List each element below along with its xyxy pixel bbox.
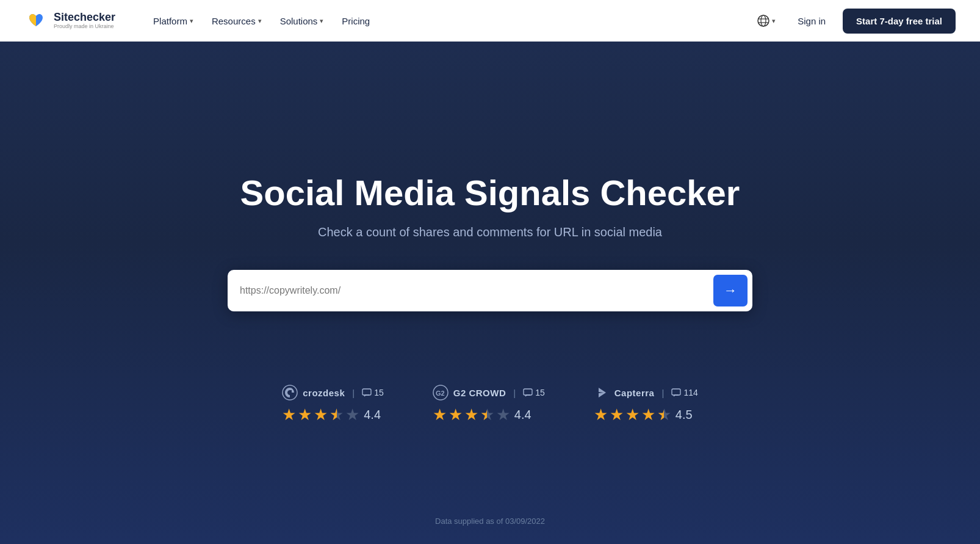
rating-item: G2 G2 CROWD | 15 ★★★★★★ 4.4 <box>433 385 545 424</box>
svg-rect-6 <box>362 389 371 395</box>
nav-links: Platform ▾ Resources ▾ Solutions ▾ Prici… <box>146 11 752 31</box>
review-count-wrap: 15 <box>362 388 384 397</box>
nav-item-pricing[interactable]: Pricing <box>334 11 377 31</box>
star-empty-icon: ★ <box>496 405 510 424</box>
star-full-icon: ★ <box>464 405 478 424</box>
nav-label-pricing: Pricing <box>342 16 370 26</box>
logo-name: Sitechecker <box>54 12 115 24</box>
divider: | <box>352 388 355 398</box>
star-full-icon: ★ <box>282 405 296 424</box>
svg-text:G2: G2 <box>436 390 445 397</box>
comment-icon <box>362 388 372 397</box>
platform-name: G2 CROWD <box>453 388 506 398</box>
rating-header: Capterra | 114 <box>594 385 698 401</box>
search-input[interactable] <box>240 285 713 296</box>
svg-point-2 <box>761 15 766 26</box>
svg-point-5 <box>283 385 297 400</box>
search-bar: → <box>228 270 752 311</box>
platform-logo-icon <box>282 385 298 401</box>
svg-point-1 <box>758 15 769 26</box>
nav-label-resources: Resources <box>212 16 256 26</box>
logo-link[interactable]: Sitechecker Proudly made in Ukraine <box>24 9 115 32</box>
rating-header: crozdesk | 15 <box>282 385 384 401</box>
review-count: 15 <box>535 388 545 397</box>
star-full-icon: ★ <box>625 405 640 424</box>
stars-row: ★★★★★★ 4.4 <box>282 405 381 424</box>
globe-icon <box>757 15 769 27</box>
rating-item: crozdesk | 15 ★★★★★★ 4.4 <box>282 385 384 424</box>
star-full-icon: ★ <box>433 405 447 424</box>
star-half-icon: ★★ <box>330 405 344 424</box>
comment-icon <box>523 388 533 397</box>
star-full-icon: ★ <box>298 405 312 424</box>
stars-row: ★★★★★★ 4.4 <box>433 405 531 424</box>
language-selector[interactable]: ▾ <box>752 11 780 31</box>
nav-item-solutions[interactable]: Solutions ▾ <box>273 11 331 31</box>
hero-subtitle: Check a count of shares and comments for… <box>318 225 662 239</box>
logo-icon <box>24 9 48 32</box>
star-full-icon: ★ <box>610 405 624 424</box>
platform-name: crozdesk <box>303 388 345 398</box>
svg-rect-11 <box>672 389 680 395</box>
arrow-right-icon: → <box>724 283 737 299</box>
logo-tagline: Proudly made in Ukraine <box>54 24 115 30</box>
divider: | <box>513 388 516 398</box>
nav-item-resources[interactable]: Resources ▾ <box>204 11 269 31</box>
chevron-down-icon: ▾ <box>772 17 776 25</box>
svg-rect-9 <box>524 389 532 395</box>
ratings-row: crozdesk | 15 ★★★★★★ 4.4 G2 G2 CROWD | 1… <box>215 385 765 424</box>
star-full-icon: ★ <box>314 405 328 424</box>
review-count-wrap: 114 <box>671 388 697 397</box>
review-count-wrap: 15 <box>523 388 545 397</box>
stars-row: ★★★★★★ 4.5 <box>594 405 693 424</box>
star-half-icon: ★★ <box>657 405 671 424</box>
nav-label-platform: Platform <box>153 16 187 26</box>
rating-header: G2 G2 CROWD | 15 <box>433 385 545 401</box>
star-full-icon: ★ <box>594 405 608 424</box>
nav-item-platform[interactable]: Platform ▾ <box>146 11 201 31</box>
rating-value: 4.4 <box>364 408 381 422</box>
review-count: 114 <box>683 388 697 397</box>
star-half-icon: ★★ <box>480 405 494 424</box>
chevron-down-icon: ▾ <box>190 17 193 25</box>
rating-value: 4.4 <box>514 408 531 422</box>
star-empty-icon: ★ <box>345 405 359 424</box>
nav-right: ▾ Sign in Start 7-day free trial <box>752 9 956 34</box>
chevron-down-icon: ▾ <box>258 17 262 25</box>
review-count: 15 <box>374 388 384 397</box>
star-full-icon: ★ <box>449 405 463 424</box>
hero-section: Social Media Signals Checker Check a cou… <box>0 42 980 544</box>
trial-button[interactable]: Start 7-day free trial <box>843 9 956 34</box>
search-button[interactable]: → <box>713 275 748 306</box>
svg-marker-10 <box>599 388 606 397</box>
star-full-icon: ★ <box>641 405 655 424</box>
chevron-down-icon: ▾ <box>320 17 323 25</box>
platform-logo-icon: G2 <box>433 385 449 401</box>
nav-label-solutions: Solutions <box>280 16 318 26</box>
signin-button[interactable]: Sign in <box>790 11 833 31</box>
navbar: Sitechecker Proudly made in Ukraine Plat… <box>0 0 980 42</box>
hero-title: Social Media Signals Checker <box>240 173 740 212</box>
comment-icon <box>671 388 681 397</box>
data-note: Data supplied as of 03/09/2022 <box>435 517 545 526</box>
rating-item: Capterra | 114 ★★★★★★ 4.5 <box>594 385 698 424</box>
divider: | <box>661 388 664 398</box>
platform-logo-icon <box>594 385 610 401</box>
platform-name: Capterra <box>614 388 655 398</box>
rating-value: 4.5 <box>676 408 693 422</box>
